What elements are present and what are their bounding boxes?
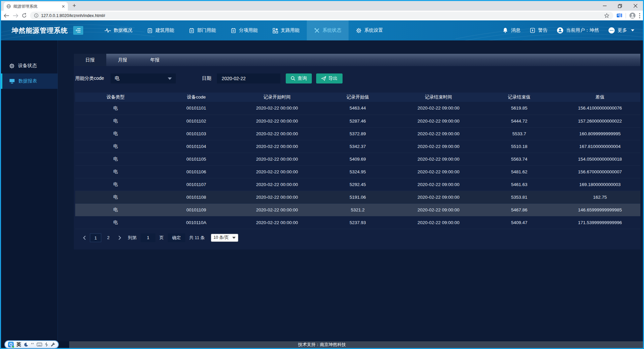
tab-title: 能源管理系统: [13, 4, 59, 9]
more-menu-button[interactable]: 更多: [608, 27, 634, 34]
table-cell: 2020-02-22 09:00:00: [398, 127, 479, 140]
forward-button[interactable]: [13, 13, 18, 18]
table-row[interactable]: 电 00101107 2020-02-22 00:00:00 5292.45 2…: [75, 178, 640, 191]
table-cell: 00101105: [156, 153, 237, 165]
table-cell: 00101109: [156, 203, 237, 216]
goto-page-input[interactable]: 1: [141, 233, 155, 242]
nav-item-system-settings[interactable]: 系统设置: [349, 20, 390, 40]
page-size-select[interactable]: 10 条/页: [211, 234, 238, 242]
page-number-2[interactable]: 2: [103, 233, 114, 242]
table-row[interactable]: 电 00101101 2020-02-22 00:00:00 5463.44 2…: [75, 102, 640, 115]
export-button[interactable]: 导出: [316, 73, 343, 83]
table-cell: 00101106: [156, 165, 237, 178]
table-row[interactable]: 电 00101109 2020-02-22 00:00:00 5321.2 20…: [75, 203, 640, 216]
ime-app-icon[interactable]: Q: [8, 342, 14, 347]
query-button[interactable]: 查询: [286, 73, 312, 83]
address-bar[interactable]: 127.0.0.1:8020/krznnh/index.html#: [30, 12, 613, 19]
nav-item-data-overview[interactable]: 数据概况: [97, 20, 140, 40]
extension-icon[interactable]: [617, 13, 622, 18]
nav-item-department-energy[interactable]: 部门用能: [181, 20, 223, 40]
table-cell: 电: [75, 140, 156, 153]
column-header: 记录开始时间: [237, 93, 317, 102]
browser-tab[interactable]: 能源管理系统 ✕: [4, 2, 68, 11]
page-number-1[interactable]: 1: [90, 233, 101, 242]
table-cell: 5372.89: [317, 127, 398, 140]
page-info-icon[interactable]: [34, 13, 38, 18]
report-icon: [147, 28, 153, 33]
app-header: 坤然能源管理系统 数据概况 建筑用能 部门用能 分项用能 支: [1, 20, 643, 40]
table-cell: 5467.86: [479, 203, 560, 216]
table-cell: 2020-02-22 00:00:00: [237, 140, 317, 153]
url-text[interactable]: 127.0.0.1:8020/krznnh/index.html#: [41, 13, 602, 18]
report-tabs: 日报 月报 年报: [74, 54, 640, 66]
table-row[interactable]: 电 0010110A 2020-02-22 00:00:00 5237.93 2…: [75, 216, 640, 229]
table-cell: 5461.63: [479, 178, 560, 191]
table-row[interactable]: 电 00101106 2020-02-22 00:00:00 5324.95 2…: [75, 165, 640, 178]
tab-daily-report[interactable]: 日报: [74, 54, 106, 66]
main-nav: 数据概况 建筑用能 部门用能 分项用能 支路用能 系统状态: [97, 20, 390, 40]
tab-monthly-report[interactable]: 月报: [106, 54, 139, 66]
sidebar-item-device-status[interactable]: 设备状态: [1, 58, 57, 73]
ime-language-toggle[interactable]: 英: [16, 342, 21, 348]
nav-item-system-status[interactable]: 系统状态: [307, 20, 349, 40]
table-cell: 5292.45: [317, 178, 398, 191]
table-cell: 5324.95: [317, 165, 398, 178]
ime-toolbar[interactable]: Q 英 ’’: [4, 340, 59, 349]
bookmark-star-icon[interactable]: [604, 13, 609, 18]
current-user[interactable]: 当前用户：坤然: [557, 27, 599, 34]
table-cell: 00101103: [156, 127, 237, 140]
collapse-sidebar-button[interactable]: [73, 26, 83, 35]
next-page-icon[interactable]: [115, 233, 124, 242]
table-cell: 2020-02-22 09:00:00: [398, 115, 479, 127]
table-cell: 00101108: [156, 191, 237, 203]
back-button[interactable]: [4, 13, 9, 18]
soft-keyboard-icon[interactable]: [37, 343, 42, 346]
report-icon: [231, 28, 236, 33]
moon-mode-icon[interactable]: [24, 342, 28, 347]
split-word-icon[interactable]: [45, 342, 48, 347]
browser-toolbar: 127.0.0.1:8020/krznnh/index.html#: [1, 11, 643, 20]
table-cell: 2020-02-22 00:00:00: [237, 153, 317, 165]
date-input[interactable]: 2020-02-22: [217, 73, 280, 83]
browser-menu-icon[interactable]: [639, 13, 640, 18]
table-cell: 5533.7: [479, 127, 560, 140]
nav-item-building-energy[interactable]: 建筑用能: [140, 20, 181, 40]
tab-yearly-report[interactable]: 年报: [139, 54, 171, 66]
table-cell: 2020-02-22 00:00:00: [237, 178, 317, 191]
table-cell: 5444.72: [479, 115, 560, 127]
nav-item-branch-energy[interactable]: 支路用能: [265, 20, 307, 40]
new-tab-button[interactable]: +: [73, 2, 76, 9]
table-row[interactable]: 电 00101105 2020-02-22 00:00:00 5409.69 2…: [75, 153, 640, 165]
tab-close-icon[interactable]: ✕: [61, 4, 65, 9]
sidebar-item-data-report[interactable]: 数据报表: [1, 73, 57, 89]
table-cell: 电: [75, 115, 156, 127]
nav-item-category-energy[interactable]: 分项用能: [223, 20, 265, 40]
goto-confirm-button[interactable]: 确定: [168, 233, 185, 242]
alerts-button[interactable]: 警告: [530, 27, 547, 33]
report-icon: [189, 28, 195, 33]
punctuation-icon[interactable]: ’’: [31, 342, 34, 347]
refresh-button[interactable]: [22, 13, 27, 18]
table-cell: 电: [75, 178, 156, 191]
minimize-button[interactable]: [597, 1, 612, 11]
table-cell: 2020-02-22 09:00:00: [398, 153, 479, 165]
table-cell: 5409.47: [479, 216, 560, 229]
category-select[interactable]: 电: [111, 73, 176, 83]
close-button[interactable]: [628, 1, 643, 11]
search-icon: [291, 76, 295, 81]
table-row[interactable]: 电 00101103 2020-02-22 00:00:00 5372.89 2…: [75, 127, 640, 140]
table-row[interactable]: 电 00101104 2020-02-22 00:00:00 5342.37 2…: [75, 140, 640, 153]
report-table: 设备类型 设备code 记录开始时间 记录开始值 记录结束时间 记录结束值 差值: [75, 93, 640, 229]
table-cell: 162.75: [559, 191, 640, 203]
profile-avatar[interactable]: [629, 12, 636, 19]
table-row[interactable]: 电 00101108 2020-02-22 00:00:00 5191.06 2…: [75, 191, 640, 203]
ime-settings-wrench-icon[interactable]: [51, 342, 55, 347]
chevron-down-icon: [232, 237, 236, 239]
restore-button[interactable]: [612, 1, 628, 11]
prev-page-icon[interactable]: [80, 233, 89, 242]
table-cell: 电: [75, 165, 156, 178]
table-cell: 2020-02-22 09:00:00: [398, 216, 479, 229]
browser-tabstrip: 能源管理系统 ✕ +: [1, 1, 643, 11]
messages-button[interactable]: 消息: [502, 27, 520, 33]
table-row[interactable]: 电 00101102 2020-02-22 00:00:00 5287.46 2…: [75, 115, 640, 127]
